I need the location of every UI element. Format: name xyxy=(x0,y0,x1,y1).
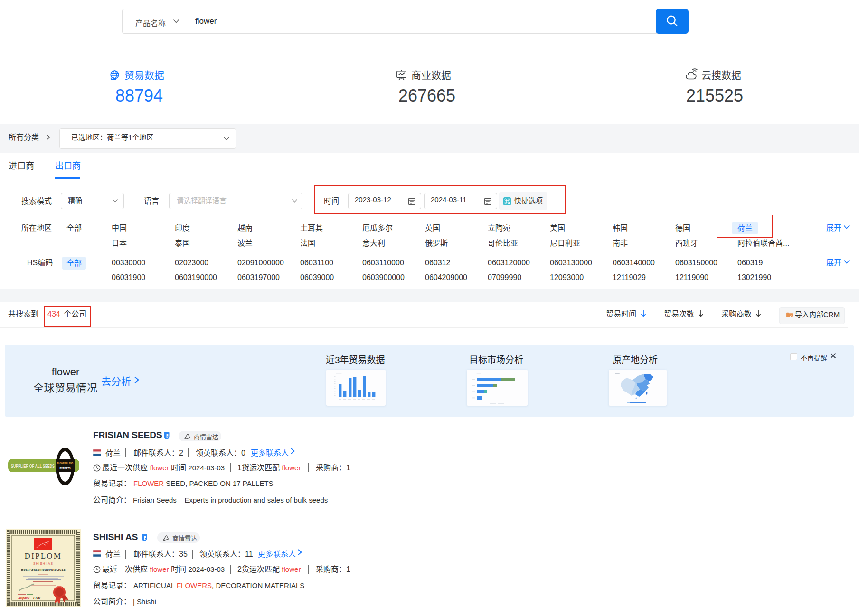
svg-text:Äripäev: Äripäev xyxy=(18,597,29,600)
svg-text:FLOWER BLEND: FLOWER BLEND xyxy=(57,462,73,465)
svg-text:SHISHI AS: SHISHI AS xyxy=(33,562,53,565)
svg-text:SUPPLIER OF ALL SEEDS: SUPPLIER OF ALL SEEDS xyxy=(11,463,55,469)
svg-text:LHV: LHV xyxy=(33,596,41,600)
svg-text:DIPLOM: DIPLOM xyxy=(25,551,62,560)
svg-text:EXPERTS: EXPERTS xyxy=(60,467,71,470)
svg-text:Eesti Gaselliettevõte 2018: Eesti Gaselliettevõte 2018 xyxy=(21,568,65,572)
